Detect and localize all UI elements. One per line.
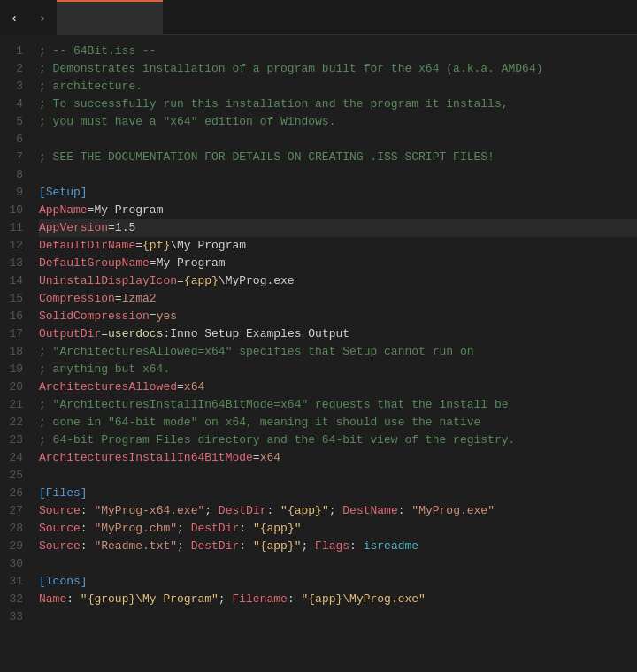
code-line: Name: "{group}\My Program"; Filename: "{… bbox=[39, 591, 637, 608]
code-line bbox=[39, 166, 637, 184]
code-line: [Setup] bbox=[39, 184, 637, 202]
code-line bbox=[39, 131, 637, 149]
code-line: ; anything but x64. bbox=[39, 361, 637, 378]
code-line: [Icons] bbox=[39, 573, 637, 591]
code-line: ; To successfully run this installation … bbox=[39, 95, 637, 113]
back-button[interactable]: ‹ bbox=[0, 0, 28, 35]
code-line: Source: "Readme.txt"; DestDir: "{app}"; … bbox=[39, 538, 637, 555]
code-line: Source: "MyProg.chm"; DestDir: "{app}" bbox=[39, 520, 637, 538]
code-line: ; 64-bit Program Files directory and the… bbox=[39, 431, 637, 449]
code-line: ; SEE THE DOCUMENTATION FOR DETAILS ON C… bbox=[39, 149, 637, 166]
code-line bbox=[39, 608, 637, 626]
code-line: AppVersion=1.5 bbox=[39, 219, 637, 237]
code-line bbox=[39, 467, 637, 485]
code-line: ArchitecturesInstallIn64BitMode=x64 bbox=[39, 449, 637, 467]
code-line: OutputDir=userdocs:Inno Setup Examples O… bbox=[39, 325, 637, 343]
code-line: ; architecture. bbox=[39, 78, 637, 95]
code-line: [Files] bbox=[39, 485, 637, 502]
code-line: Source: "MyProg-x64.exe"; DestDir: "{app… bbox=[39, 502, 637, 520]
code-line: ; done in "64-bit mode" on x64, meaning … bbox=[39, 414, 637, 431]
code-line: ArchitecturesAllowed=x64 bbox=[39, 378, 637, 396]
code-line: DefaultDirName={pf}\My Program bbox=[39, 237, 637, 255]
tab-bar: ‹ › bbox=[0, 0, 637, 35]
code-area[interactable]: ; -- 64Bit.iss --; Demonstrates installa… bbox=[32, 35, 637, 672]
forward-button[interactable]: › bbox=[28, 0, 57, 35]
code-line bbox=[39, 555, 637, 573]
code-line: DefaultGroupName=My Program bbox=[39, 255, 637, 272]
code-line: SolidCompression=yes bbox=[39, 308, 637, 325]
line-numbers: 1234567891011121314151617181920212223242… bbox=[0, 35, 32, 672]
code-line: ; -- 64Bit.iss -- bbox=[39, 42, 637, 60]
code-line: UninstallDisplayIcon={app}\MyProg.exe bbox=[39, 272, 637, 290]
code-line: AppName=My Program bbox=[39, 202, 637, 219]
code-line: ; you must have a "x64" edition of Windo… bbox=[39, 113, 637, 131]
code-line: ; "ArchitecturesAllowed=x64" specifies t… bbox=[39, 343, 637, 361]
code-line: ; Demonstrates installation of a program… bbox=[39, 60, 637, 78]
code-line: ; "ArchitecturesInstallIn64BitMode=x64" … bbox=[39, 396, 637, 414]
editor: 1234567891011121314151617181920212223242… bbox=[0, 35, 637, 672]
tab-64bit-iss[interactable] bbox=[57, 0, 163, 35]
code-line: Compression=lzma2 bbox=[39, 290, 637, 308]
